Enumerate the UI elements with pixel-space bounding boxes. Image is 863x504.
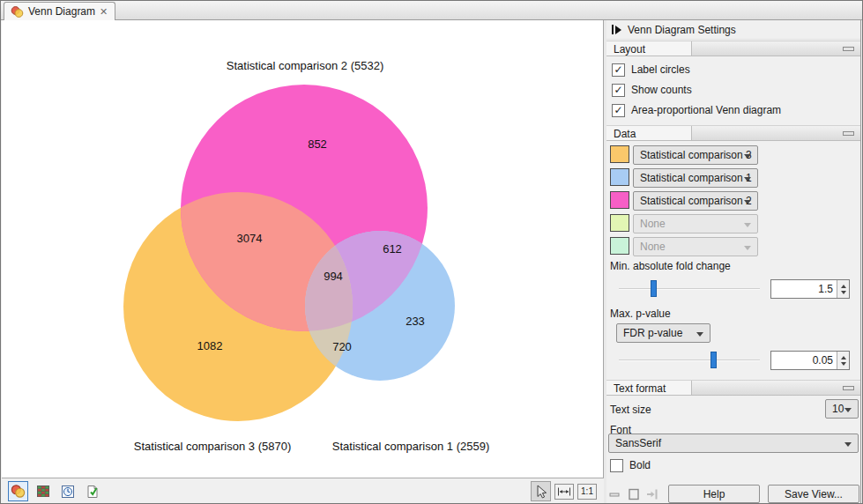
- min-fold-change-slider[interactable]: [619, 279, 760, 299]
- text-size-label: Text size: [610, 404, 651, 416]
- max-p-value-value[interactable]: 0.05: [771, 354, 837, 367]
- option-bold[interactable]: Bold: [610, 457, 651, 473]
- count-comparison3-only: 1082: [197, 339, 223, 352]
- count-comparison1-only: 233: [405, 315, 425, 328]
- settings-panel-header[interactable]: Venn Diagram Settings: [606, 20, 860, 40]
- zoom-100-button[interactable]: 1:1: [577, 484, 597, 500]
- chevron-down-icon: [744, 223, 751, 227]
- data-section-title: Data: [606, 126, 692, 140]
- circle-label-comparison3: Statistical comparison 3 (5870): [134, 440, 291, 453]
- spin-down-icon[interactable]: [841, 291, 846, 294]
- data-section-header[interactable]: Data: [606, 125, 860, 141]
- font-select[interactable]: SansSerif: [608, 434, 859, 453]
- text-size-select[interactable]: 10: [825, 399, 859, 419]
- label-circles-label: Label circles: [631, 63, 690, 76]
- count-comparison3-and-1: 720: [332, 340, 352, 353]
- chevron-down-icon: [744, 246, 751, 250]
- min-fold-change-label: Min. absolute fold change: [610, 260, 731, 272]
- text-format-section-title: Text format: [606, 381, 692, 395]
- cursor-icon: [535, 485, 547, 499]
- element-info-icon: [86, 485, 100, 499]
- chevron-down-icon: [744, 200, 751, 204]
- count-comparison2-and-1: 612: [383, 242, 402, 256]
- show-counts-checkbox[interactable]: ✓: [612, 84, 625, 97]
- area-proportional-checkbox[interactable]: ✓: [612, 104, 625, 117]
- p-value-type-value: FDR p-value: [623, 327, 682, 339]
- dataset-select-4-value: None: [640, 218, 666, 230]
- chevron-down-icon: [744, 177, 751, 182]
- dataset-select-5-value: None: [640, 241, 666, 253]
- venn-view-button[interactable]: [8, 481, 28, 501]
- slider-thumb[interactable]: [651, 280, 657, 297]
- spin-up-icon[interactable]: [841, 356, 846, 359]
- chevron-down-icon: [844, 408, 852, 412]
- slider-track[interactable]: [619, 288, 760, 290]
- slider-thumb[interactable]: [710, 352, 717, 368]
- table-view-icon: [36, 485, 50, 498]
- pan-select-tool-button[interactable]: [531, 481, 551, 501]
- spinner-buttons[interactable]: [837, 280, 849, 298]
- area-proportional-label: Area-proportional Venn diagram: [631, 104, 781, 116]
- option-area-proportional[interactable]: ✓ Area-proportional Venn diagram: [612, 102, 781, 118]
- count-all-three: 994: [324, 270, 343, 283]
- text-size-value: 10: [832, 403, 844, 415]
- collapse-section-icon[interactable]: [843, 131, 854, 136]
- spinner-buttons[interactable]: [837, 352, 849, 369]
- history-clock-icon: [61, 485, 75, 499]
- layout-section-header[interactable]: Layout: [606, 41, 860, 56]
- settings-panel-title: Venn Diagram Settings: [628, 24, 736, 36]
- slider-track[interactable]: [619, 359, 760, 361]
- help-button[interactable]: Help: [668, 485, 760, 503]
- history-view-button[interactable]: [57, 481, 78, 501]
- layout-section-title: Layout: [606, 41, 692, 56]
- option-show-counts[interactable]: ✓ Show counts: [612, 82, 692, 98]
- new-view-icon[interactable]: [628, 487, 640, 501]
- settings-panel: Venn Diagram Settings Layout ✓ Label cir…: [606, 20, 861, 504]
- circle-label-comparison2: Statistical comparison 2 (5532): [227, 59, 383, 72]
- venn-diagram-graphic: [2, 20, 604, 478]
- dataset-select-2[interactable]: Statistical comparison 1: [633, 168, 758, 188]
- venn-diagram-icon: [11, 6, 24, 18]
- dataset-color-swatch-4: [610, 214, 629, 232]
- text-format-section-header[interactable]: Text format: [606, 380, 860, 396]
- dataset-color-swatch-2[interactable]: [610, 168, 629, 186]
- panel-footer-icons: [609, 487, 658, 501]
- dock-view-icon: [646, 487, 658, 501]
- spin-down-icon[interactable]: [841, 362, 846, 366]
- tab-venn-diagram[interactable]: Venn Diagram ✕: [4, 2, 115, 20]
- dataset-select-5: None: [633, 237, 758, 256]
- tab-title: Venn Diagram: [28, 5, 95, 18]
- fit-width-button[interactable]: [554, 484, 574, 500]
- dataset-select-3-value: Statistical comparison 2: [640, 195, 752, 207]
- save-view-button[interactable]: Save View...: [768, 485, 859, 503]
- bold-label: Bold: [629, 459, 651, 471]
- p-value-type-select[interactable]: FDR p-value: [616, 323, 710, 343]
- element-info-button[interactable]: [82, 481, 102, 501]
- dataset-select-1-value: Statistical comparison 3: [640, 149, 752, 161]
- max-p-value-spinner[interactable]: 0.05: [770, 351, 850, 370]
- dataset-color-swatch-3[interactable]: [610, 191, 629, 209]
- dataset-color-swatch-1[interactable]: [610, 145, 629, 163]
- max-p-value-label: Max. p-value: [610, 308, 671, 320]
- dataset-select-3[interactable]: Statistical comparison 2: [633, 191, 758, 211]
- min-fold-change-spinner[interactable]: 1.5: [770, 279, 850, 299]
- circle-label-comparison1: Statistical comparison 1 (2559): [332, 440, 489, 453]
- close-tab-icon[interactable]: ✕: [100, 7, 108, 17]
- label-circles-checkbox[interactable]: ✓: [612, 63, 625, 77]
- collapse-section-icon[interactable]: [843, 386, 854, 390]
- dataset-select-1[interactable]: Statistical comparison 3: [633, 145, 758, 165]
- font-value: SansSerif: [615, 437, 661, 449]
- min-fold-change-value[interactable]: 1.5: [771, 283, 837, 295]
- max-p-value-slider[interactable]: [619, 351, 760, 370]
- option-label-circles[interactable]: ✓ Label circles: [612, 62, 690, 78]
- dataset-select-4: None: [633, 214, 758, 233]
- chevron-down-icon: [744, 154, 751, 159]
- collapse-section-icon[interactable]: [843, 47, 854, 51]
- table-view-button[interactable]: [33, 481, 53, 501]
- collapse-panel-icon[interactable]: [609, 487, 621, 501]
- spin-up-icon[interactable]: [841, 285, 846, 288]
- count-comparison3-and-2: 3074: [237, 232, 263, 245]
- bold-checkbox[interactable]: [610, 459, 623, 472]
- application-window: Venn Diagram ✕: [0, 0, 863, 504]
- venn-view-icon: [11, 485, 26, 498]
